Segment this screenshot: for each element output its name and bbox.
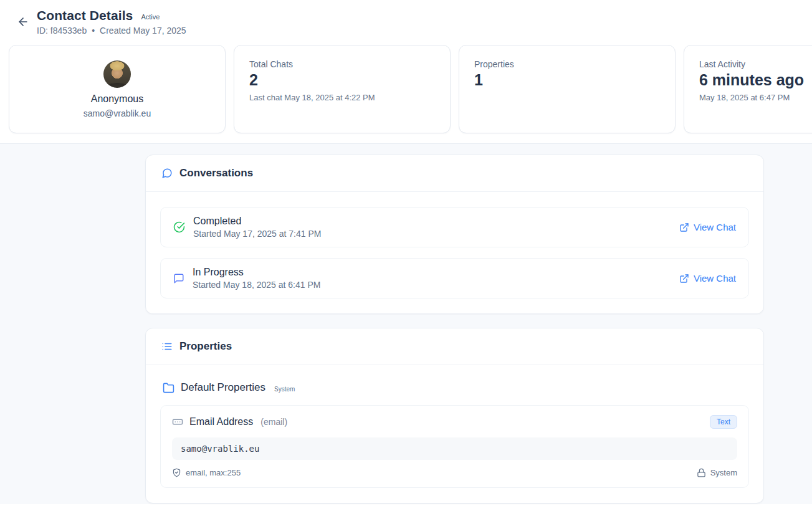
status-badge: Active [141,11,160,21]
list-icon [161,341,173,352]
conversation-status: In Progress [193,267,320,278]
properties-header: Properties [146,328,763,365]
stat-value: 1 [474,72,660,89]
conversation-started: Started May 18, 2025 at 6:41 PM [193,280,320,290]
property-name: Email Address [189,416,253,427]
view-chat-link[interactable]: View Chat [679,222,736,232]
conversation-item: Completed Started May 17, 2025 at 7:41 P… [160,207,749,247]
page-title: Contact Details [37,8,133,23]
property-group-badge: System [274,383,295,393]
property-group-header: Default Properties System [163,381,748,394]
stat-label: Total Chats [249,59,435,69]
stat-card-last-activity: Last Activity 6 minutes ago May 18, 2025… [684,45,812,133]
stats-row: Anonymous samo@vrablik.eu Total Chats 2 … [0,45,812,143]
contact-card: Anonymous samo@vrablik.eu [9,45,226,133]
contact-email: samo@vrablik.eu [84,108,151,118]
view-chat-link[interactable]: View Chat [679,273,736,284]
property-validation: email, max:255 [186,468,241,477]
properties-section: Properties Default Properties System E [145,328,764,504]
view-chat-label: View Chat [694,222,736,232]
stat-label: Properties [474,59,660,69]
folder-icon [163,382,174,394]
stat-value: 6 minutes ago [699,72,812,89]
lock-icon [697,468,706,477]
chat-bubble-icon [173,273,184,284]
contact-subtitle: ID: f84533eb • Created May 17, 2025 [37,26,186,36]
stat-value: 2 [249,72,435,89]
check-circle-icon [173,221,185,233]
subtitle-separator: • [92,26,95,36]
page-header: Contact Details Active ID: f84533eb • Cr… [0,0,812,45]
section-title: Properties [179,340,232,353]
contact-name: Anonymous [91,93,144,105]
stat-sub: May 18, 2025 at 6:47 PM [699,93,812,102]
conversation-started: Started May 17, 2025 at 7:41 PM [193,229,321,239]
main-area: Conversations Completed Started May 17, … [0,143,812,504]
external-link-icon [679,274,689,284]
chat-bubble-icon [161,168,173,179]
property-source: System [710,468,737,477]
contact-id: ID: f84533eb [37,26,87,36]
contact-created: Created May 17, 2025 [100,26,186,36]
property-type-hint: (email) [260,417,287,427]
avatar [103,60,131,88]
stat-card-total-chats: Total Chats 2 Last chat May 18, 2025 at … [234,45,451,133]
section-title: Conversations [179,167,253,179]
back-button[interactable] [15,14,31,30]
input-field-icon [172,416,183,427]
stat-sub: Last chat May 18, 2025 at 4:22 PM [249,93,435,102]
property-type-badge: Text [710,415,737,429]
stat-label: Last Activity [699,59,812,69]
conversations-header: Conversations [146,155,763,192]
conversation-item: In Progress Started May 18, 2025 at 6:41… [160,258,749,298]
conversation-status: Completed [193,216,321,227]
conversations-section: Conversations Completed Started May 17, … [145,155,764,314]
property-value: samo@vrablik.eu [172,437,737,460]
property-card: Email Address (email) Text samo@vrablik.… [160,405,749,488]
external-link-icon [679,222,689,232]
shield-check-icon [172,468,181,477]
arrow-left-icon [17,16,29,28]
property-group-title: Default Properties [181,381,265,394]
stat-card-properties: Properties 1 [459,45,676,133]
view-chat-label: View Chat [694,273,736,284]
